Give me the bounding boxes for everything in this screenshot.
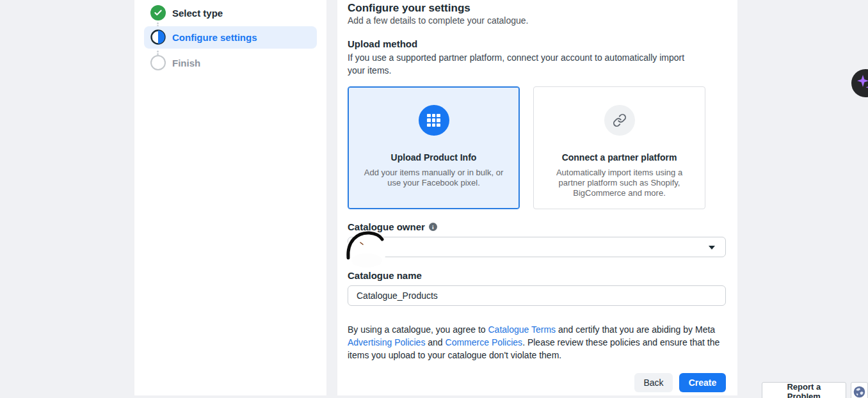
- catalogue-terms-link[interactable]: Catalogue Terms: [488, 324, 556, 335]
- half-progress-icon: [150, 29, 166, 45]
- create-button[interactable]: Create: [679, 373, 726, 392]
- info-icon[interactable]: i: [429, 223, 437, 231]
- empty-step-icon: [150, 55, 166, 70]
- language-button[interactable]: [851, 382, 868, 398]
- catalogue-name-input[interactable]: [348, 285, 726, 306]
- step-select-type[interactable]: Select type: [150, 5, 223, 20]
- advertising-policies-link[interactable]: Advertising Policies: [348, 337, 425, 347]
- step-configure-settings[interactable]: Configure settings: [150, 29, 257, 45]
- connect-partner-platform-card[interactable]: Connect a partner platform Automatically…: [533, 86, 705, 209]
- globe-icon: [853, 386, 865, 398]
- card-description: Add your items manually or in bulk, or u…: [360, 168, 508, 188]
- commerce-policies-link[interactable]: Commerce Policies: [446, 337, 523, 347]
- grid-icon: [419, 105, 449, 136]
- upload-product-info-card[interactable]: Upload Product Info Add your items manua…: [348, 86, 520, 209]
- catalogue-owner-select[interactable]: [348, 237, 726, 257]
- create-catalogue-page: { "stepper": { "steps": [ { "label": "Se…: [0, 0, 868, 398]
- upload-method-description: If you use a supported partner platform,…: [348, 51, 703, 77]
- card-description: Automatically import items using a partn…: [546, 168, 693, 198]
- wizard-actions: Back Create: [634, 373, 726, 392]
- report-a-problem-button[interactable]: Report a Problem: [762, 382, 846, 398]
- step-label: Configure settings: [172, 32, 257, 43]
- sparkles-icon: [855, 72, 868, 94]
- chevron-down-icon: [709, 246, 715, 250]
- page-title: Configure your settings: [348, 2, 470, 15]
- meta-ai-button[interactable]: [851, 69, 868, 97]
- step-connector-dot: [157, 51, 159, 52]
- catalogue-name-label: Catalogue name: [348, 270, 422, 281]
- configure-settings-panel: Configure your settings Add a few detail…: [337, 0, 737, 395]
- upload-method-label: Upload method: [348, 38, 417, 49]
- step-finish: Finish: [150, 55, 200, 70]
- step-label: Select type: [172, 8, 223, 19]
- wizard-steps-panel: Select type Configure settings Finish: [134, 0, 326, 395]
- link-icon: [604, 105, 635, 136]
- back-button[interactable]: Back: [634, 373, 673, 392]
- step-connector-dot: [157, 22, 159, 24]
- card-title: Upload Product Info: [348, 152, 519, 163]
- footer-utilities: Report a Problem: [762, 382, 868, 398]
- check-icon: [150, 5, 166, 20]
- terms-text: By using a catalogue, you agree to Catal…: [348, 323, 724, 362]
- catalogue-owner-label: Catalogue owner i: [348, 221, 437, 232]
- step-label: Finish: [172, 58, 200, 68]
- card-title: Connect a partner platform: [534, 152, 705, 163]
- page-subtitle: Add a few details to complete your catal…: [348, 15, 529, 26]
